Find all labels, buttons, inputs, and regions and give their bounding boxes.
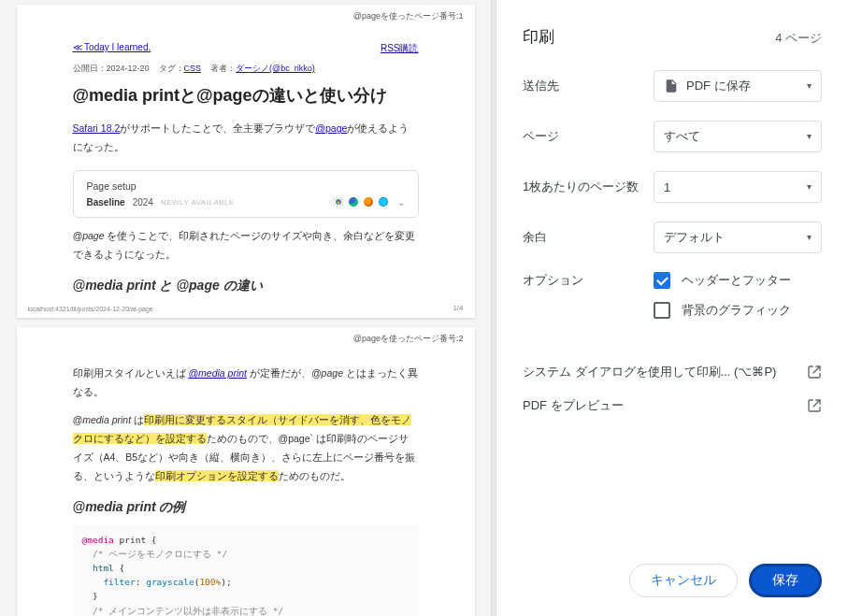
- per-sheet-value: 1: [664, 180, 670, 194]
- print-dialog-panel: 印刷 4 ページ 送信先 PDF に保存 ページ すべて 1枚あたりのページ数 …: [496, 0, 848, 616]
- safari-icon: [379, 197, 388, 207]
- headers-footers-checkbox[interactable]: [654, 272, 670, 289]
- print-preview-pane[interactable]: @pageを使ったページ番号:1 ≪ Today I learned. RSS購…: [0, 0, 491, 616]
- destination-select[interactable]: PDF に保存: [654, 70, 822, 102]
- panel-title: 印刷: [523, 26, 554, 48]
- margins-select[interactable]: デフォルト: [654, 222, 822, 253]
- baseline-box: Page setup Baseline 2024 NEWLY AVAILABLE…: [73, 170, 419, 218]
- doc-heading-2: @media print の例: [73, 499, 419, 516]
- pdf-icon: [664, 79, 679, 93]
- preview-page-2: @pageを使ったページ番号:2 印刷用スタイルといえば @media prin…: [17, 327, 475, 616]
- edge-icon: [349, 197, 358, 207]
- doc-heading-2: @media print と @page の違い: [73, 278, 419, 294]
- background-graphics-checkbox[interactable]: [654, 302, 670, 319]
- external-link-icon: [807, 365, 822, 380]
- page-header-text: @pageを使ったページ番号:1: [353, 10, 464, 22]
- baseline-year: 2024: [133, 197, 153, 208]
- page-header-text: @pageを使ったページ番号:2: [353, 333, 464, 345]
- chrome-icon: [334, 197, 343, 207]
- pages-label: ページ: [523, 128, 654, 145]
- options-label: オプション: [523, 272, 654, 289]
- baseline-label: Baseline: [87, 197, 125, 208]
- pages-select[interactable]: すべて: [654, 121, 822, 152]
- external-link-icon: [807, 398, 822, 413]
- baseline-title: Page setup: [87, 180, 405, 192]
- doc-paragraph: 印刷用スタイルといえば @media print が定番だが、@page とはま…: [73, 365, 419, 402]
- headers-footers-label: ヘッダーとフッター: [682, 272, 791, 289]
- save-button[interactable]: 保存: [749, 564, 822, 597]
- firefox-icon: [364, 197, 373, 207]
- margins-value: デフォルト: [664, 229, 725, 246]
- doc-paragraph: Safari 18.2がサポートしたことで、全主要ブラウザで@pageが使えるよ…: [73, 120, 419, 157]
- per-sheet-select[interactable]: 1: [654, 171, 822, 203]
- cancel-button[interactable]: キャンセル: [629, 564, 738, 597]
- doc-paragraph: @media print は印刷用に変更するスタイル（サイドバーを消す、色をモノ…: [73, 411, 419, 486]
- doc-paragraph: @page を使うことで、印刷されたページのサイズや向き、余白などを変更できるよ…: [73, 227, 419, 265]
- pages-value: すべて: [664, 128, 700, 145]
- margins-label: 余白: [523, 229, 654, 246]
- nav-rss-link: RSS購読: [381, 42, 419, 55]
- chevron-down-icon: ⌄: [397, 197, 405, 208]
- page-footer-pagenum: 1/4: [453, 304, 463, 312]
- baseline-sub: NEWLY AVAILABLE: [161, 198, 235, 207]
- pdf-preview-label: PDF をプレビュー: [523, 397, 624, 414]
- system-dialog-label: システム ダイアログを使用して印刷... (⌥⌘P): [523, 364, 776, 380]
- system-dialog-link[interactable]: システム ダイアログを使用して印刷... (⌥⌘P): [523, 351, 822, 394]
- background-graphics-label: 背景のグラフィック: [682, 302, 791, 319]
- pdf-preview-link[interactable]: PDF をプレビュー: [523, 394, 822, 427]
- page-count-label: 4 ページ: [775, 30, 822, 47]
- destination-label: 送信先: [523, 78, 654, 94]
- code-block: @media print { /* ページをモノクロにする */ html { …: [73, 525, 419, 616]
- per-sheet-label: 1枚あたりのページ数: [523, 179, 654, 195]
- nav-back-link: ≪ Today I learned.: [73, 42, 151, 55]
- preview-page-1: @pageを使ったページ番号:1 ≪ Today I learned. RSS購…: [17, 5, 475, 318]
- page-footer-url: localhost:4321/til/posts/2024-12-20/at-p…: [28, 306, 153, 312]
- destination-value: PDF に保存: [686, 78, 751, 94]
- doc-title: @media printと@pageの違いと使い分け: [73, 84, 419, 107]
- doc-meta: 公開日：2024-12-20 タグ：CSS 著者：ダーシノ(@bc_rikko): [73, 63, 419, 75]
